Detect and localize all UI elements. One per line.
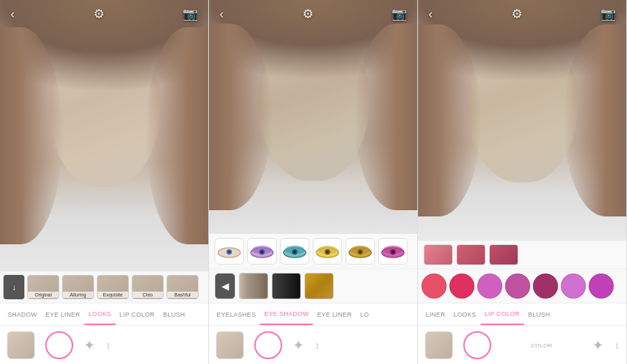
- lip-swatches-strip: [418, 269, 626, 303]
- hair-1: [0, 0, 208, 271]
- lip-thumb-2[interactable]: [456, 244, 486, 265]
- tab-lipcolor-3[interactable]: LIP COLOR: [481, 303, 525, 325]
- tab-blush-3[interactable]: BLUSH: [524, 303, 555, 325]
- wand-icon-1[interactable]: ✦: [84, 337, 95, 354]
- eye-look-gold[interactable]: [346, 238, 375, 264]
- lip-swatch-7[interactable]: [589, 274, 614, 299]
- tab-lipcolor-1[interactable]: LIP COLOR: [116, 303, 160, 325]
- eye-look-multi[interactable]: [378, 238, 408, 264]
- look-label-original: Original: [28, 292, 59, 298]
- lip-swatch-6[interactable]: [561, 274, 586, 299]
- panel-1: ‹ ⚙ 📷 ↓ Original Alluring Exquisite Cleo…: [0, 0, 209, 364]
- bottom-tools-2: ✦ ↕: [209, 326, 417, 364]
- tab-eyeshadow-2[interactable]: EYE SHADOW: [260, 303, 313, 325]
- circle-selector-1[interactable]: [45, 331, 73, 359]
- tab-lo-2[interactable]: LO: [356, 303, 373, 325]
- palette-glitter[interactable]: [304, 273, 334, 299]
- arrows-icon-3[interactable]: ↕: [614, 340, 619, 351]
- download-icon: ↓: [12, 283, 16, 292]
- hair-right-1: [146, 27, 208, 244]
- look-exquisite[interactable]: Exquisite: [97, 275, 129, 299]
- look-label-alluring: Alluring: [63, 292, 93, 298]
- eye-svg-natural: [217, 244, 242, 258]
- look-original[interactable]: Original: [27, 275, 59, 299]
- settings-icon-2[interactable]: ⚙: [302, 6, 314, 22]
- look-label-exquisite: Exquisite: [98, 292, 128, 298]
- wand-icon-2[interactable]: ✦: [293, 337, 304, 354]
- category-tabs-2: EYELASHES EYE SHADOW EYE LINER LO: [209, 303, 417, 326]
- tab-shadow-1[interactable]: SHADOW: [3, 303, 41, 325]
- lip-swatch-5[interactable]: [533, 274, 558, 299]
- lip-thumb-3[interactable]: [489, 244, 518, 265]
- hair-right-3: [564, 24, 626, 217]
- tab-looks-1[interactable]: LOOKS: [84, 303, 116, 325]
- camera-icon-1[interactable]: 📷: [183, 6, 198, 22]
- makeup-ui-1: ↓ Original Alluring Exquisite Cleo Bashf…: [0, 271, 208, 364]
- svg-point-2: [228, 251, 231, 253]
- panel-3: ‹ ⚙ 📷 LINER LOOKS LIP COLOR BLUSH: [418, 0, 627, 364]
- palette-strip: ◀: [209, 269, 417, 303]
- eye-look-teal[interactable]: [280, 238, 309, 264]
- bottom-tools-3: COLOR ✦ ↕: [418, 326, 626, 364]
- tab-looks-3[interactable]: LOOKS: [449, 303, 481, 325]
- tool-thumbnail-2[interactable]: [216, 331, 244, 359]
- lip-swatch-2[interactable]: [449, 274, 474, 299]
- tab-eyeliner-1[interactable]: EYE LINER: [41, 303, 84, 325]
- look-cleo[interactable]: Cleo: [132, 275, 164, 299]
- color-section: COLOR: [502, 341, 582, 349]
- panel-2: ‹ ⚙ 📷: [209, 0, 418, 364]
- look-alluring[interactable]: Alluring: [62, 275, 94, 299]
- palette-nav-icon[interactable]: ◀: [215, 273, 235, 299]
- lip-swatch-3[interactable]: [477, 274, 502, 299]
- eye-svg-gold: [348, 244, 373, 258]
- photo-area-2: ‹ ⚙ 📷: [209, 0, 417, 234]
- circle-selector-2[interactable]: [254, 331, 282, 359]
- nav-bar-2: ‹ ⚙ 📷: [209, 0, 417, 28]
- camera-icon-3[interactable]: 📷: [601, 6, 616, 22]
- circle-selector-3[interactable]: [463, 331, 491, 359]
- tool-thumbnail-3[interactable]: [425, 331, 453, 359]
- category-tabs-1: SHADOW EYE LINER LOOKS LIP COLOR BLUSH: [0, 303, 208, 326]
- arrows-icon-2[interactable]: ↕: [315, 340, 320, 351]
- back-icon-1[interactable]: ‹: [10, 7, 15, 22]
- camera-icon-2[interactable]: 📷: [392, 6, 407, 22]
- eye-looks-strip: [209, 234, 417, 269]
- wand-icon-3[interactable]: ✦: [592, 337, 604, 354]
- eye-svg-yellow: [315, 244, 340, 258]
- eye-svg-purple: [249, 244, 274, 258]
- lip-swatch-4[interactable]: [505, 274, 530, 299]
- eye-svg-teal: [282, 244, 307, 258]
- svg-point-22: [392, 251, 394, 253]
- lip-swatch-1[interactable]: [421, 274, 447, 299]
- download-button[interactable]: ↓: [3, 275, 24, 299]
- back-icon-3[interactable]: ‹: [428, 7, 433, 22]
- palette-dark[interactable]: [272, 273, 301, 299]
- hair-right-2: [355, 24, 417, 211]
- palette-neutral[interactable]: [239, 273, 268, 299]
- tab-liner-3[interactable]: LINER: [421, 303, 449, 325]
- tab-eyelashes-2[interactable]: EYELASHES: [212, 303, 260, 325]
- eye-look-yellow[interactable]: [313, 238, 342, 264]
- back-icon-2[interactable]: ‹: [219, 7, 224, 22]
- tool-thumbnail-1[interactable]: [7, 331, 35, 359]
- look-label-cleo: Cleo: [132, 292, 163, 298]
- tab-eyeliner-2[interactable]: EYE LINER: [313, 303, 356, 325]
- nav-bar-3: ‹ ⚙ 📷: [418, 0, 626, 28]
- makeup-ui-2: ◀ EYELASHES EYE SHADOW EYE LINER LO ✦ ↕: [209, 234, 417, 364]
- eye-look-purple[interactable]: [247, 238, 277, 264]
- settings-icon-1[interactable]: ⚙: [93, 6, 104, 22]
- look-label-bashful: Bashful: [167, 292, 198, 298]
- eye-svg-multi: [380, 244, 405, 258]
- settings-icon-3[interactable]: ⚙: [511, 6, 522, 22]
- tab-blush-1[interactable]: BLUSH: [159, 303, 189, 325]
- arrows-icon-1[interactable]: ↕: [106, 340, 111, 351]
- makeup-ui-3: LINER LOOKS LIP COLOR BLUSH COLOR ✦ ↕: [418, 241, 626, 364]
- svg-point-14: [326, 251, 329, 253]
- svg-point-6: [261, 251, 263, 253]
- bottom-tools-1: ✦ ↕: [0, 326, 208, 364]
- look-bashful[interactable]: Bashful: [167, 275, 199, 299]
- category-tabs-3: LINER LOOKS LIP COLOR BLUSH: [418, 303, 626, 326]
- lip-thumb-1[interactable]: [424, 244, 453, 265]
- eye-look-natural[interactable]: [215, 238, 244, 264]
- svg-point-10: [293, 251, 296, 253]
